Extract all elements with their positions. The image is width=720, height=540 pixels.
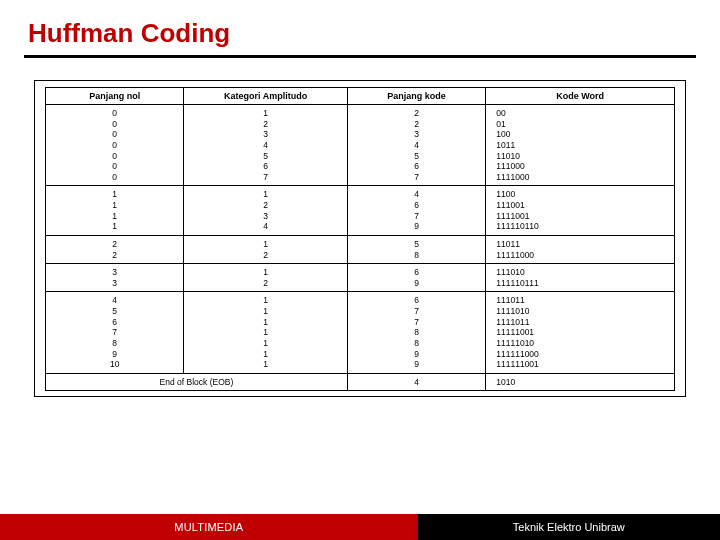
table-cell: 4679 [347,186,485,236]
col-panjang-nol: Panjang nol [46,88,184,105]
table-cell: 1101111111000 [486,235,675,263]
table-cell: 33 [46,264,184,292]
table-cell: 2234567 [347,105,485,186]
table-row: 4567891011111116778899111011111101011110… [46,292,675,373]
table-cell: 1111 [46,186,184,236]
table-row: 2212581101111111000 [46,235,675,263]
huffman-table: Panjang nol Kategori Amplitudo Panjang k… [45,87,675,391]
table-cell: 12 [184,264,348,292]
table-cell: 69 [347,264,485,292]
table-cell: 6778899 [347,292,485,373]
table-cell: 11001110011111001111110110 [486,186,675,236]
table-row: 0000000123456722345670001100101111010111… [46,105,675,186]
table-cell: 111010111110111 [486,264,675,292]
table-cell: 22 [46,235,184,263]
footer: MULTIMEDIA Teknik Elektro Unibraw [0,514,720,540]
table-cell: 1234 [184,186,348,236]
eob-panjang-kode: 4 [347,373,485,391]
footer-right: Teknik Elektro Unibraw [418,514,720,540]
table-cell: 45678910 [46,292,184,373]
table-cell: 1234567 [184,105,348,186]
page-title: Huffman Coding [0,0,720,55]
footer-left: MULTIMEDIA [0,514,418,540]
col-panjang-kode: Panjang kode [347,88,485,105]
eob-label: End of Block (EOB) [46,373,348,391]
table-cell: 1110111111010111101111111001111110101111… [486,292,675,373]
table-row: 11111234467911001110011111001111110110 [46,186,675,236]
table-cell: 12 [184,235,348,263]
col-kode-word: Kode Word [486,88,675,105]
table-row: 331269111010111110111 [46,264,675,292]
table-cell: 0000000 [46,105,184,186]
table-cell: 00011001011110101110001111000 [486,105,675,186]
title-underline [24,55,696,58]
eob-kode-word: 1010 [486,373,675,391]
table-cell: 1111111 [184,292,348,373]
table-cell: 58 [347,235,485,263]
col-kategori-amplitudo: Kategori Amplitudo [184,88,348,105]
table-row-eob: End of Block (EOB)41010 [46,373,675,391]
table-header-row: Panjang nol Kategori Amplitudo Panjang k… [46,88,675,105]
huffman-table-container: Panjang nol Kategori Amplitudo Panjang k… [34,80,686,397]
